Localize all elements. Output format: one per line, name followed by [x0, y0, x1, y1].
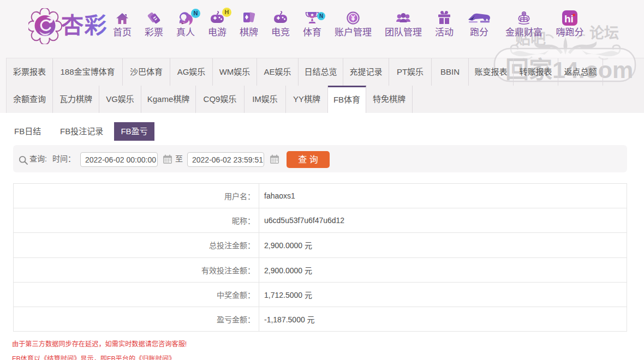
svg-text:hi: hi	[564, 13, 574, 25]
